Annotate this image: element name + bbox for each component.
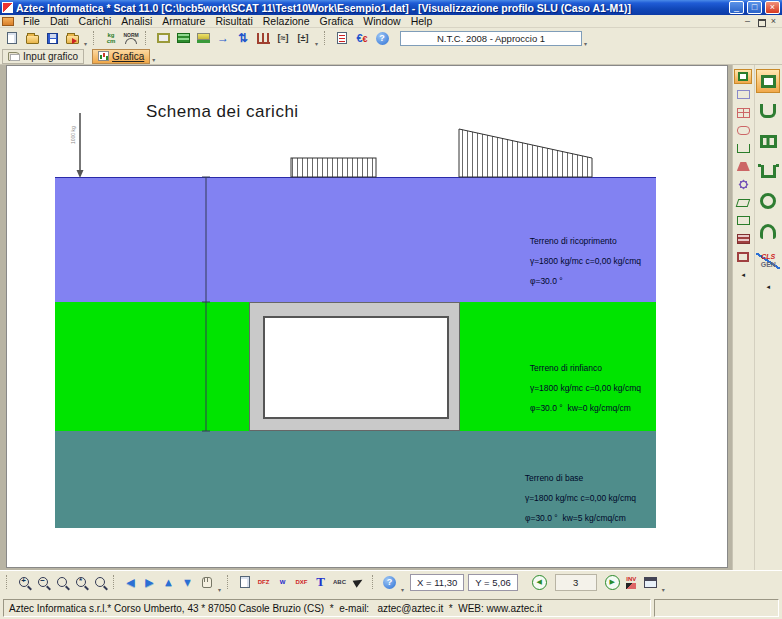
close-button[interactable]: ×: [765, 1, 780, 14]
currency-button[interactable]: €€: [352, 29, 372, 47]
toolbar-overflow-chevron[interactable]: ▾: [662, 586, 665, 593]
point-load-label: 1000 kg: [70, 126, 76, 144]
geometry-button[interactable]: [153, 29, 173, 47]
dfz-export-button[interactable]: DFZ: [254, 573, 273, 592]
pan-right-button[interactable]: ▶: [140, 573, 159, 592]
zoom-window-button[interactable]: [90, 573, 109, 592]
section-box-button[interactable]: [756, 69, 780, 93]
diagram-button[interactable]: [≈]: [273, 29, 293, 47]
windows-button[interactable]: [641, 573, 660, 592]
pan-down-button[interactable]: ▼: [178, 573, 197, 592]
pan-left-button[interactable]: ◀: [121, 573, 140, 592]
import-button[interactable]: [62, 29, 82, 47]
grafica-button[interactable]: Grafica: [92, 49, 150, 64]
zoom-extents-button[interactable]: *: [71, 573, 90, 592]
menu-relazione[interactable]: Relazione: [258, 15, 315, 27]
maximize-button[interactable]: □: [747, 1, 762, 14]
toolbar-overflow-chevron[interactable]: ▾: [218, 586, 221, 593]
section-circular-button[interactable]: [756, 189, 780, 213]
envelope-button[interactable]: [±]: [293, 29, 313, 47]
mdi-close-button[interactable]: ×: [767, 16, 780, 27]
print-preview-button[interactable]: [235, 573, 254, 592]
section-small-frame-button[interactable]: [734, 87, 752, 102]
section-small-parallelogram-button[interactable]: [734, 195, 752, 210]
toolbar-overflow-chevron[interactable]: ▾: [84, 40, 87, 47]
section-small-rect-button[interactable]: [734, 213, 752, 228]
bottom-toolbar: + − * ◀ ▶ ▲ ▼ ▾ DFZ W DXF T ABC ? ▾ X = …: [0, 570, 782, 593]
zoom-in-button[interactable]: +: [14, 573, 33, 592]
drawing-canvas[interactable]: Schema dei carichi 1000 kg: [6, 65, 728, 568]
units-button[interactable]: kgcm: [101, 29, 121, 47]
profile-button[interactable]: ⇅: [233, 29, 253, 47]
mdi-minimize-button[interactable]: –: [741, 16, 754, 27]
text-tool-icon: T: [316, 574, 325, 590]
prev-view-button[interactable]: ◀: [530, 573, 549, 592]
next-view-button[interactable]: ▶: [603, 573, 622, 592]
zoom-out-button[interactable]: −: [33, 573, 52, 592]
minimize-button[interactable]: _: [729, 1, 744, 14]
save-icon: [47, 33, 58, 44]
sidebar-grip: ◂: [742, 271, 746, 279]
document-icon[interactable]: [2, 17, 14, 26]
input-grafico-button[interactable]: Input grafico: [2, 49, 84, 64]
materials-button[interactable]: [173, 29, 193, 47]
font-tool-button[interactable]: ABC: [330, 573, 349, 592]
loads-button[interactable]: →: [213, 29, 233, 47]
menu-armature[interactable]: Armature: [157, 15, 210, 27]
hand-icon: [202, 577, 212, 588]
arrow-right-icon: →: [217, 32, 229, 44]
toolbar-overflow-chevron[interactable]: ▾: [315, 40, 318, 47]
section-small-box-button[interactable]: [734, 69, 752, 84]
section-u-button[interactable]: [756, 159, 780, 183]
menu-window[interactable]: Window: [358, 15, 405, 27]
save-button[interactable]: [42, 29, 62, 47]
dxf-export-button[interactable]: DXF: [292, 573, 311, 592]
help-button[interactable]: ?: [372, 29, 392, 47]
help2-button[interactable]: ?: [380, 573, 399, 592]
mdi-restore-button[interactable]: [754, 16, 767, 27]
section-small-toolbar: ◂: [733, 65, 755, 570]
norm-combobox[interactable]: N.T.C. 2008 - Approccio 1: [400, 31, 582, 46]
section-tub-button[interactable]: [756, 99, 780, 123]
pan-up-button[interactable]: ▲: [159, 573, 178, 592]
section-small-channel-button[interactable]: [734, 141, 752, 156]
section-button[interactable]: [193, 29, 213, 47]
section-small-trapezoid-button[interactable]: [734, 159, 752, 174]
norm-button[interactable]: NORM: [121, 29, 141, 47]
menu-analisi[interactable]: Analisi: [116, 15, 157, 27]
section-type-toolbar: CLSGEN ◂: [755, 65, 782, 570]
analysis-button[interactable]: [253, 29, 273, 47]
menu-carichi[interactable]: Carichi: [74, 15, 117, 27]
label-terreno-base: Terreno di base γ=1800 kg/mc c=0,00 kg/c…: [506, 463, 636, 533]
toolbar-overflow-chevron[interactable]: ▾: [152, 56, 155, 63]
section-arch-button[interactable]: [756, 219, 780, 243]
report-button[interactable]: [332, 29, 352, 47]
chart-icon: [98, 51, 109, 61]
inv-button[interactable]: INV: [622, 573, 641, 592]
section-small-grid-button[interactable]: [734, 105, 752, 120]
new-file-button[interactable]: [2, 29, 22, 47]
pan-button[interactable]: [197, 573, 216, 592]
text-tool-button[interactable]: T: [311, 573, 330, 592]
menu-risultati[interactable]: Risultati: [210, 15, 257, 27]
menu-file[interactable]: File: [18, 15, 45, 27]
toolbar-overflow-chevron[interactable]: ▾: [401, 586, 404, 593]
section-small-rounded-button[interactable]: [734, 123, 752, 138]
menu-grafica[interactable]: Grafica: [314, 15, 358, 27]
zoom-dynamic-button[interactable]: [52, 573, 71, 592]
dfz-open-button[interactable]: W: [273, 573, 292, 592]
open-file-button[interactable]: [22, 29, 42, 47]
toolbar-overflow-chevron[interactable]: ▾: [584, 40, 587, 47]
view-number-field[interactable]: 3: [555, 574, 597, 591]
section-small-star-button[interactable]: [734, 177, 752, 192]
section-small-box2-button[interactable]: [734, 249, 752, 264]
new-file-icon: [7, 32, 17, 44]
toolbar-grip: [324, 31, 328, 45]
section-generic-button[interactable]: CLSGEN: [756, 249, 780, 273]
menu-help[interactable]: Help: [406, 15, 438, 27]
section-double-button[interactable]: [756, 129, 780, 153]
star-section-icon: [738, 179, 749, 190]
section-small-wall-button[interactable]: [734, 231, 752, 246]
pointer-tool-button[interactable]: [349, 573, 368, 592]
menu-dati[interactable]: Dati: [45, 15, 74, 27]
